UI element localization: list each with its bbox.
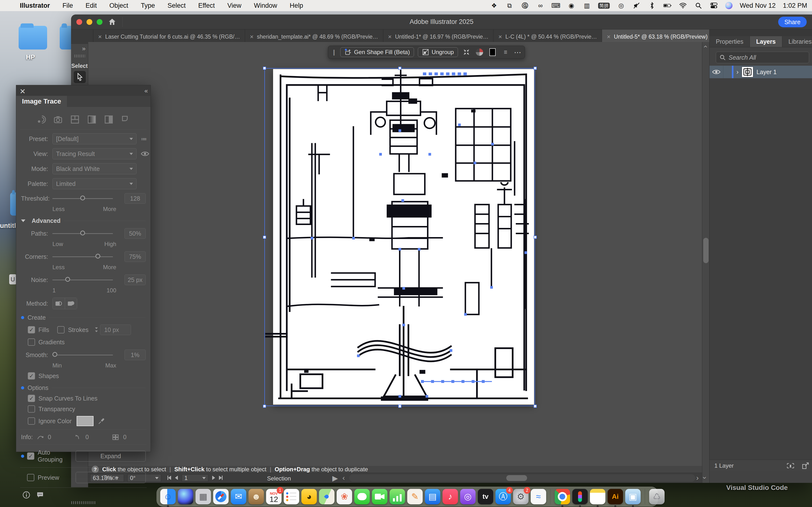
method-overlapping-button[interactable] — [65, 298, 77, 309]
collapse-advanced-icon[interactable] — [21, 219, 26, 222]
desktop-folder-partial[interactable] — [60, 26, 71, 50]
recolor-wheel-icon[interactable] — [475, 48, 484, 57]
airdrop-icon[interactable]: ◎ — [617, 2, 625, 9]
traced-artwork[interactable] — [273, 69, 534, 405]
make-clipping-mask-icon[interactable] — [786, 462, 795, 469]
desktop-folder-hp[interactable] — [18, 26, 47, 50]
layer-visibility-eye-icon[interactable] — [710, 69, 723, 75]
first-artboard-icon[interactable] — [167, 475, 171, 482]
stroke-width-field[interactable]: 10 px — [100, 325, 131, 335]
selection-handle[interactable] — [263, 236, 266, 239]
dock-keynote-icon[interactable]: ▤ — [425, 489, 440, 504]
transparency-checkbox[interactable]: ✓ — [28, 405, 35, 412]
selection-tool-button[interactable] — [74, 71, 86, 83]
advanced-section-header[interactable]: Advanced — [21, 217, 146, 224]
artboard[interactable] — [273, 69, 534, 405]
selection-handle[interactable] — [398, 67, 401, 70]
wifi-icon[interactable] — [679, 2, 687, 9]
mode-select[interactable]: Black and White — [52, 163, 137, 174]
document-tab[interactable]: ×Untitled-5* @ 63.18 % (RGB/Preview) — [602, 30, 713, 44]
dock-mail-icon[interactable]: ✉ — [231, 489, 246, 504]
close-tab-icon[interactable]: × — [98, 33, 102, 41]
fill-swatch-icon[interactable] — [488, 48, 497, 57]
smooth-slider[interactable] — [52, 355, 113, 355]
dock-podcasts-icon[interactable]: ◎ — [460, 489, 475, 504]
layer-name[interactable]: Layer 1 — [756, 68, 776, 75]
low-color-preset-icon[interactable] — [70, 115, 80, 124]
previous-artboard-icon[interactable] — [175, 475, 178, 482]
dock-freeform-icon[interactable]: ≈ — [531, 489, 546, 504]
dock-siri-icon[interactable] — [178, 489, 193, 504]
tab-properties[interactable]: Properties — [710, 36, 750, 47]
paths-slider[interactable] — [52, 233, 113, 234]
horizontal-scrollbar-thumb[interactable] — [506, 475, 527, 481]
menu-lines-icon[interactable]: ☰ — [501, 48, 510, 57]
layer-lock-column[interactable] — [723, 66, 731, 78]
preset-menu-icon[interactable]: ≔ — [141, 135, 147, 143]
outline-preset-icon[interactable] — [121, 115, 131, 124]
g-app-menubar-icon[interactable]: Ⓖ — [521, 2, 529, 9]
dock-finder-icon[interactable]: ☺ — [160, 489, 176, 504]
dock-trash-icon[interactable]: ♺ — [649, 489, 665, 504]
threshold-value[interactable]: 128 — [124, 193, 146, 204]
tools-grip-handle[interactable] — [74, 55, 85, 57]
dock-facetime-icon[interactable] — [372, 489, 388, 504]
battery-charging-icon[interactable] — [663, 2, 672, 9]
scroll-left-icon[interactable]: ‹ — [343, 474, 345, 482]
dock-pages-icon[interactable]: ✎ — [407, 489, 423, 504]
taskbar-drag-handle[interactable]: ❙ — [332, 49, 337, 56]
palette-select[interactable]: Limited — [52, 178, 137, 189]
noise-slider[interactable] — [52, 280, 113, 280]
dock-messages-icon[interactable] — [354, 489, 370, 504]
close-tab-icon[interactable]: × — [498, 33, 502, 41]
menubar-clock[interactable]: 1:02 PM — [783, 2, 807, 9]
scroll-up-icon[interactable]: › — [701, 45, 709, 48]
grayscale-preset-icon[interactable] — [87, 115, 97, 124]
selection-handle[interactable] — [534, 405, 537, 408]
gen-shape-fill-button[interactable]: Gen Shape Fill (Beta) — [340, 47, 414, 57]
dock-appletv-icon[interactable]: tv — [478, 489, 493, 504]
share-button[interactable]: Share — [778, 17, 807, 27]
dock-cyberduck-icon[interactable]: ◕ — [301, 489, 317, 504]
horizontal-scrollbar[interactable] — [349, 474, 695, 482]
scroll-down-icon[interactable]: › — [701, 476, 709, 479]
auto-grouping-checkbox[interactable]: ✓ — [27, 452, 34, 460]
menu-item-help[interactable]: Help — [290, 2, 303, 9]
preview-checkbox[interactable]: ✓ — [27, 474, 34, 481]
play-circle-icon[interactable]: ◉ — [567, 2, 575, 9]
dock-illustrator-icon[interactable]: Ai — [608, 489, 623, 504]
tab-libraries[interactable]: Libraries — [782, 36, 812, 47]
dock-settings-icon[interactable]: ⚙2 — [513, 489, 528, 504]
paths-value[interactable]: 50% — [124, 228, 146, 239]
fills-checkbox[interactable]: ✓ — [28, 326, 35, 333]
document-tab[interactable]: ×Laser Cutting Tutorial for 6 cuts.ai @ … — [93, 30, 245, 44]
vertical-scrollbar[interactable]: › › — [702, 42, 709, 483]
dock-photos-icon[interactable]: ❀ — [337, 489, 352, 504]
bluetooth-icon[interactable] — [648, 2, 656, 9]
new-layer-export-icon[interactable] — [801, 462, 810, 469]
view-select[interactable]: Tracing Result — [52, 148, 137, 159]
dock-music-icon[interactable]: ♪ — [443, 489, 458, 504]
display-sidecar-icon[interactable]: ⧉ — [505, 2, 514, 9]
control-center-icon[interactable] — [710, 2, 718, 9]
figma-menubar-icon[interactable]: ❖ — [490, 2, 498, 9]
high-color-preset-icon[interactable] — [53, 115, 63, 124]
menu-item-illustrator[interactable]: Illustrator — [20, 2, 50, 9]
scroll-right-icon[interactable]: › — [696, 474, 699, 482]
menu-item-type[interactable]: Type — [141, 2, 155, 9]
siri-menubar-icon[interactable] — [725, 2, 732, 9]
corners-slider[interactable] — [52, 257, 113, 257]
image-trace-tab[interactable]: Image Trace — [16, 96, 67, 107]
feedback-icon[interactable] — [36, 491, 44, 499]
document-tab[interactable]: ×L-C (4L) * @ 50.44 % (RGB/Previe… — [494, 30, 602, 44]
next-artboard-icon[interactable] — [212, 475, 215, 482]
close-panel-icon[interactable]: ✕ — [19, 87, 26, 96]
keyboard-icon[interactable]: ⌨ — [552, 2, 560, 9]
dock-figma-icon[interactable] — [572, 489, 588, 504]
close-tab-icon[interactable]: × — [388, 33, 392, 41]
panel-resize-grip[interactable] — [71, 501, 95, 504]
more-options-icon[interactable]: ⋯ — [514, 48, 521, 56]
dock-contacts-icon[interactable]: ☻ — [248, 489, 264, 504]
document-tab[interactable]: ×sheridan_template.ai* @ 48.69 % (RGB/Pr… — [245, 30, 383, 44]
selection-handle[interactable] — [534, 67, 537, 70]
